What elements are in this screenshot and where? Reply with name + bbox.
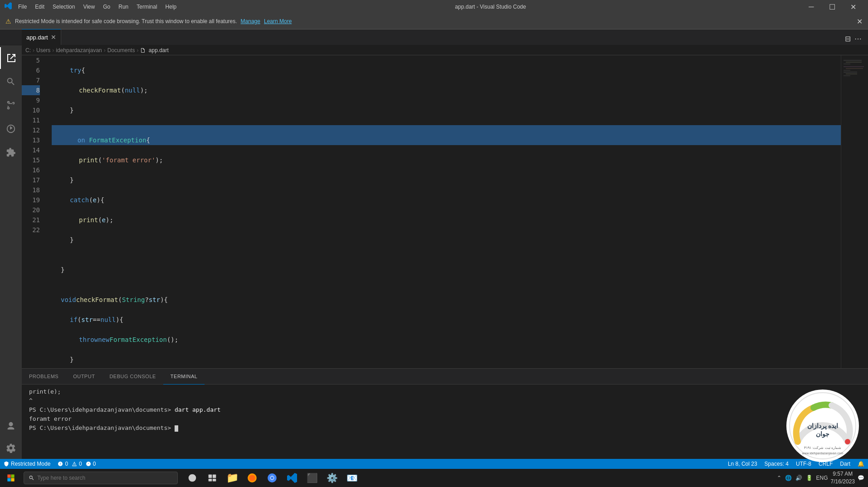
- breadcrumb-drive: C:: [25, 47, 31, 54]
- learn-more-link[interactable]: Learn More: [264, 18, 292, 24]
- date: 7/16/2023: [831, 478, 855, 486]
- search-input[interactable]: [37, 475, 173, 481]
- status-spaces[interactable]: Spaces: 4: [761, 461, 792, 467]
- tab-problems[interactable]: PROBLEMS: [22, 369, 66, 385]
- start-button[interactable]: [0, 469, 22, 487]
- tab-app-dart[interactable]: app.dart ✕: [22, 29, 61, 45]
- menu-help[interactable]: Help: [162, 2, 180, 12]
- notifications-icon[interactable]: 💬: [858, 475, 864, 481]
- terminal-content[interactable]: print(e); ^ PS C:\Users\idehpardazanjava…: [22, 385, 868, 459]
- close-button[interactable]: ✕: [843, 0, 863, 14]
- terminal-line-2: ^: [29, 396, 861, 405]
- code-content[interactable]: try{ checkFormat(null); } on FormatExcep…: [44, 55, 841, 368]
- taskbar-firefox[interactable]: [243, 469, 261, 487]
- tab-actions: ⊟ ⋯: [843, 33, 868, 45]
- taskbar-mail[interactable]: 📧: [343, 469, 361, 487]
- svg-rect-2: [844, 63, 850, 64]
- warning-count: 0: [79, 461, 82, 467]
- svg-rect-17: [213, 475, 216, 478]
- breadcrumb-user[interactable]: idehpardazanjavan: [56, 47, 102, 54]
- maximize-button[interactable]: ☐: [822, 0, 843, 14]
- taskbar-settings-gear[interactable]: ⚙️: [323, 469, 341, 487]
- svg-rect-0: [844, 60, 862, 61]
- code-editor[interactable]: 5 6 7 8 9 10 11 12 13 14 15 16 17 18 19 …: [22, 55, 868, 368]
- terminal-line-1: print(e);: [29, 387, 861, 396]
- main-layout: C: › Users › idehpardazanjavan › Documen…: [0, 45, 868, 459]
- settings-icon[interactable]: [0, 437, 22, 459]
- tray-volume[interactable]: 🔊: [795, 475, 802, 481]
- more-actions-button[interactable]: ⋯: [853, 33, 863, 45]
- editor-area: C: › Users › idehpardazanjavan › Documen…: [22, 45, 868, 459]
- warning-icon: ⚠: [5, 18, 11, 25]
- minimize-button[interactable]: ─: [801, 0, 822, 14]
- split-editor-button[interactable]: ⊟: [843, 33, 853, 45]
- terminal-line-4: foramt error: [29, 414, 861, 424]
- code-line-9: print('foramt error');: [52, 155, 841, 165]
- error-count: 0: [65, 461, 68, 467]
- terminal-line-5: PS C:\Users\idehpardazanjavan\documents>: [29, 424, 861, 433]
- code-line-10: }: [52, 175, 841, 185]
- menu-terminal[interactable]: Terminal: [133, 2, 161, 12]
- tab-close-button[interactable]: ✕: [51, 34, 56, 41]
- clock[interactable]: 9:57 AM 7/16/2023: [831, 470, 855, 486]
- taskbar-terminal[interactable]: ⬛: [303, 469, 321, 487]
- menu-run[interactable]: Run: [115, 2, 132, 12]
- status-right: Ln 8, Col 23 Spaces: 4 UTF-8 CRLF Dart 🔔: [724, 461, 868, 467]
- taskbar-chrome[interactable]: [263, 469, 281, 487]
- taskbar-vscode[interactable]: [283, 469, 301, 487]
- menu-view[interactable]: View: [79, 2, 98, 12]
- svg-rect-13: [7, 478, 10, 481]
- svg-rect-3: [844, 66, 864, 67]
- svg-rect-6: [844, 72, 857, 73]
- menu-file[interactable]: File: [15, 2, 30, 12]
- status-restricted-mode[interactable]: Restricted Mode: [0, 461, 54, 467]
- search-icon[interactable]: [0, 71, 22, 93]
- tab-terminal[interactable]: TERMINAL: [163, 369, 205, 385]
- breadcrumb-file[interactable]: app.dart: [140, 47, 168, 54]
- svg-rect-1: [846, 62, 862, 63]
- banner-close-button[interactable]: ✕: [857, 17, 863, 26]
- breadcrumb-users[interactable]: Users: [36, 47, 50, 54]
- menu-selection[interactable]: Selection: [49, 2, 78, 12]
- taskbar-task-view[interactable]: [203, 469, 221, 487]
- taskbar-search-box[interactable]: [24, 472, 178, 484]
- svg-text:شماره ثبت شرکت: ۴۱۹۱: شماره ثبت شرکت: ۴۱۹۱: [804, 446, 841, 450]
- svg-rect-19: [213, 479, 216, 482]
- tab-debug-console[interactable]: DEBUG CONSOLE: [102, 369, 163, 385]
- restricted-mode-label: Restricted Mode: [11, 461, 50, 467]
- menu-go[interactable]: Go: [99, 2, 114, 12]
- tray-chevron[interactable]: ⌃: [777, 475, 781, 481]
- status-bell-icon[interactable]: 🔔: [854, 461, 868, 467]
- taskbar-search-icon[interactable]: [183, 469, 201, 487]
- status-errors[interactable]: 0 0 0: [54, 461, 99, 467]
- status-bar: Restricted Mode 0 0 0 Ln 8, Col 23 Space…: [0, 459, 868, 469]
- manage-link[interactable]: Manage: [241, 18, 260, 24]
- line-numbers: 5 6 7 8 9 10 11 12 13 14 15 16 17 18 19 …: [22, 55, 44, 368]
- tray-language[interactable]: ENG: [816, 475, 828, 481]
- menu-bar: File Edit Selection View Go Run Terminal…: [15, 2, 180, 12]
- extensions-icon[interactable]: [0, 141, 22, 163]
- menu-edit[interactable]: Edit: [31, 2, 48, 12]
- tab-output[interactable]: OUTPUT: [66, 369, 102, 385]
- account-icon[interactable]: [0, 415, 22, 437]
- code-line-18: if(str==null){: [52, 315, 841, 325]
- svg-point-21: [249, 475, 255, 481]
- tray-battery[interactable]: 🔋: [806, 475, 813, 481]
- svg-point-15: [189, 474, 196, 482]
- tray-network[interactable]: 🌐: [785, 475, 792, 481]
- status-language[interactable]: Dart: [836, 461, 854, 467]
- window-title: app.dart - Visual Studio Code: [180, 4, 801, 10]
- code-line-20: }: [52, 355, 841, 365]
- taskbar-file-explorer[interactable]: 📁: [223, 469, 241, 487]
- run-debug-icon[interactable]: [0, 118, 22, 140]
- source-control-icon[interactable]: [0, 94, 22, 116]
- status-ln-col[interactable]: Ln 8, Col 23: [724, 461, 761, 467]
- panel-area: PROBLEMS OUTPUT DEBUG CONSOLE TERMINAL p…: [22, 368, 868, 459]
- code-line-17: void checkFormat(String? str){: [52, 295, 841, 305]
- status-encoding[interactable]: UTF-8: [792, 461, 815, 467]
- code-line-6: checkFormat(null);: [52, 85, 841, 95]
- breadcrumb-documents[interactable]: Documents: [107, 47, 135, 54]
- watermark-logo: ایده پردازان جوان شماره ثبت شرکت: ۴۱۹۱ w…: [786, 390, 859, 462]
- explorer-icon[interactable]: [0, 47, 22, 69]
- taskbar-app-icons: 📁 ⬛ ⚙️ 📧: [183, 469, 361, 487]
